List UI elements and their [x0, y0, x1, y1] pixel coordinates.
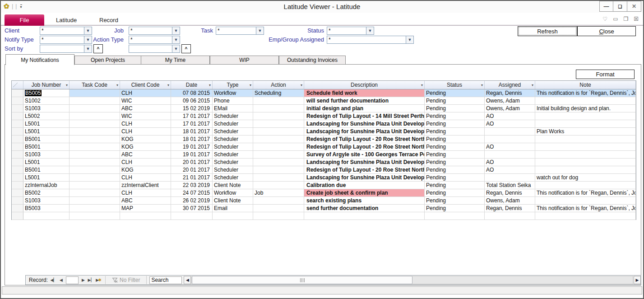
- cell-date[interactable]: 17 01 2017: [171, 112, 213, 120]
- table-row[interactable]: L5001 CLH 20 01 2017 Scheduler Landscapi…: [12, 159, 636, 166]
- cell-description[interactable]: Redesign of Tulip Layout - 20 Roe Street…: [304, 135, 425, 143]
- cell-task-code[interactable]: [69, 135, 120, 143]
- column-header-assigned[interactable]: Assigned▾: [485, 81, 535, 89]
- cell-date[interactable]: 18 01 2017: [171, 135, 213, 143]
- cell-task-code[interactable]: [69, 97, 120, 104]
- cell-assigned[interactable]: [485, 174, 535, 181]
- cell-date[interactable]: 20 01 2017: [171, 159, 213, 166]
- cell-description[interactable]: Schedule field work: [304, 89, 425, 97]
- column-dropdown-icon[interactable]: ▾: [66, 83, 68, 87]
- cell-job-number[interactable]: S1003: [23, 105, 69, 112]
- row-selector[interactable]: [12, 105, 23, 112]
- cell-date[interactable]: 21 01 2017: [171, 174, 213, 181]
- chevron-down-icon[interactable]: ▼: [84, 45, 92, 52]
- cell-note[interactable]: This notification is for `Regan, Dennis`…: [535, 89, 636, 97]
- cell-status[interactable]: Pending: [425, 189, 485, 196]
- column-dropdown-icon[interactable]: ▾: [209, 83, 211, 87]
- cell-action[interactable]: [253, 212, 304, 220]
- cell-description[interactable]: Calibration due: [304, 182, 425, 189]
- cell-client-code[interactable]: CLH: [120, 174, 171, 181]
- cell-action[interactable]: [253, 97, 304, 104]
- row-selector[interactable]: [12, 120, 23, 127]
- cell-assigned[interactable]: Owens, Adam: [485, 97, 535, 104]
- cell-assigned[interactable]: AO: [485, 143, 535, 150]
- table-row[interactable]: L5002 WIC 17 01 2017 Scheduler Redesign …: [12, 112, 636, 120]
- child-close-icon[interactable]: ☒: [634, 16, 639, 22]
- cell-task-code[interactable]: [69, 189, 120, 196]
- cell-task-code[interactable]: [69, 159, 120, 166]
- row-selector[interactable]: [12, 143, 23, 150]
- cell-assigned[interactable]: [485, 212, 535, 220]
- row-selector[interactable]: [12, 212, 23, 220]
- column-dropdown-icon[interactable]: ▾: [167, 83, 169, 87]
- tab-wip[interactable]: WIP: [210, 56, 279, 65]
- cell-status[interactable]: Pending: [425, 120, 485, 127]
- cell-job-number[interactable]: B5001: [23, 166, 69, 173]
- cell-description[interactable]: initial design and plan: [304, 105, 425, 112]
- cell-status[interactable]: Pending: [425, 151, 485, 158]
- table-row[interactable]: zzInternalJob zzInternalClient 22 03 201…: [12, 182, 636, 189]
- cell-task-code[interactable]: [69, 182, 120, 189]
- tab-open-projects[interactable]: Open Projects: [74, 56, 141, 65]
- cell-note[interactable]: [535, 166, 636, 173]
- cell-status[interactable]: Pending: [425, 143, 485, 150]
- cell-type[interactable]: Scheduler: [213, 151, 253, 158]
- table-row[interactable]: L5001 CLH 18 01 2017 Scheduler Landscapi…: [12, 128, 636, 135]
- cell-task-code[interactable]: [69, 105, 120, 112]
- cell-date[interactable]: 24 07 2015: [171, 189, 213, 196]
- child-minimize-icon[interactable]: ▭: [613, 16, 618, 22]
- table-row[interactable]: B5002 CLH 24 07 2015 Workflow Job Create…: [12, 189, 636, 197]
- cell-job-number[interactable]: L5001: [23, 174, 69, 181]
- cell-task-code[interactable]: [69, 128, 120, 135]
- chevron-down-icon[interactable]: ▼: [406, 36, 413, 43]
- cell-note[interactable]: [535, 135, 636, 143]
- cell-client-code[interactable]: WIC: [120, 112, 171, 120]
- cell-job-number[interactable]: B5005: [23, 89, 69, 97]
- table-row[interactable]: S1002 WIC 09 06 2015 Phone will send fur…: [12, 97, 636, 105]
- status-filter-combo[interactable]: * ▼: [327, 27, 374, 35]
- cell-task-code[interactable]: [69, 143, 120, 150]
- cell-status[interactable]: Pending: [425, 135, 485, 143]
- cell-type[interactable]: Scheduler: [213, 174, 253, 181]
- column-header-type[interactable]: Type▾: [213, 81, 253, 89]
- cell-assigned[interactable]: AO: [485, 112, 535, 120]
- next-record-button[interactable]: ▶: [79, 276, 87, 284]
- scroll-left-button[interactable]: ◀: [184, 276, 191, 284]
- cell-client-code[interactable]: CLH: [120, 128, 171, 135]
- cell-task-code[interactable]: [69, 212, 120, 220]
- cell-action[interactable]: [253, 143, 304, 150]
- column-dropdown-icon[interactable]: ▾: [301, 83, 302, 87]
- cell-action[interactable]: [253, 112, 304, 120]
- cell-type[interactable]: Workflow: [213, 189, 253, 196]
- row-selector[interactable]: [12, 197, 23, 204]
- cell-client-code[interactable]: CLH: [120, 89, 171, 97]
- cell-job-number[interactable]: S1003: [23, 151, 69, 158]
- cell-description[interactable]: Landscaping for Sunshine Plaza Unit Deve…: [304, 120, 425, 127]
- cell-description[interactable]: Survey of Argyle site - 100 Georges Terr…: [304, 151, 425, 158]
- cell-status[interactable]: Pending: [425, 112, 485, 120]
- cell-type[interactable]: Client Note: [213, 182, 253, 189]
- cell-action[interactable]: [253, 174, 304, 181]
- cell-client-code[interactable]: ABC: [120, 151, 171, 158]
- cell-note[interactable]: [535, 212, 636, 220]
- tab-my-notifications[interactable]: My Notifications: [5, 54, 74, 65]
- cell-date[interactable]: 09 06 2015: [171, 97, 213, 104]
- cell-task-code[interactable]: [69, 151, 120, 158]
- cell-client-code[interactable]: KOG: [120, 143, 171, 150]
- cell-assigned[interactable]: [485, 151, 535, 158]
- cell-job-number[interactable]: L5002: [23, 112, 69, 120]
- cell-type[interactable]: Scheduler: [213, 166, 253, 173]
- cell-type[interactable]: Email: [213, 205, 253, 212]
- cell-action[interactable]: [253, 182, 304, 189]
- cell-description[interactable]: [304, 212, 425, 220]
- cell-assigned[interactable]: Regan, Dennis: [485, 89, 535, 97]
- cell-task-code[interactable]: [69, 89, 120, 97]
- job-filter-combo[interactable]: * ▼: [129, 27, 180, 35]
- cell-job-number[interactable]: L5001: [23, 120, 69, 127]
- scroll-right-button[interactable]: ▶: [634, 276, 641, 284]
- cell-assigned[interactable]: AO: [485, 166, 535, 173]
- column-header-job[interactable]: Job Number▾: [23, 81, 69, 89]
- cell-action[interactable]: [253, 205, 304, 212]
- column-dropdown-icon[interactable]: ▾: [481, 83, 483, 87]
- chevron-down-icon[interactable]: ▼: [256, 27, 264, 34]
